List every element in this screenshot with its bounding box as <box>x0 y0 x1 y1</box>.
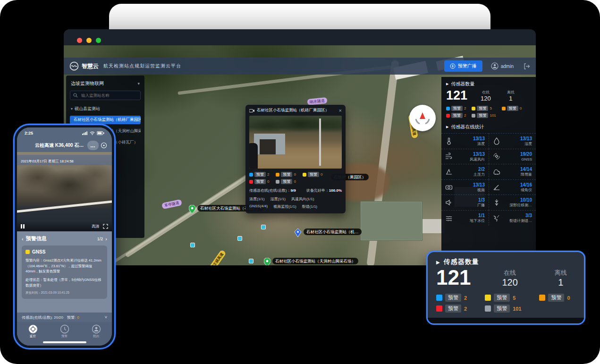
grid-cell-inclinometer[interactable]: 14/16倾角仪 <box>489 179 536 195</box>
search-input[interactable] <box>80 93 137 98</box>
warn-count: 0 <box>567 295 570 301</box>
displacement-icon <box>493 199 500 206</box>
battery-icon <box>97 131 104 135</box>
username[interactable]: admin <box>501 64 514 69</box>
user-avatar-icon[interactable] <box>491 62 499 70</box>
camera-icon <box>249 109 254 113</box>
warn-count: 2 <box>464 306 467 312</box>
grid-cell-crack[interactable]: 3/3裂缝计测缝… <box>489 210 536 226</box>
section-arrow-icon[interactable]: ▶ <box>446 125 448 129</box>
sensor-marker[interactable] <box>249 259 254 263</box>
callout-footer <box>428 318 584 323</box>
tab-monitor[interactable]: 监控 <box>28 324 38 339</box>
crack-icon <box>493 214 500 222</box>
close-window-button[interactable] <box>77 38 82 43</box>
blue-pin-icon <box>294 229 302 237</box>
sensor-marker[interactable] <box>261 225 266 229</box>
warn-count: 0 <box>267 179 269 184</box>
phone-statusbar: 2:25 <box>17 127 112 139</box>
online-label: 在线 <box>481 90 491 95</box>
popup-sensor-stat: 风速风向(1/1) <box>291 196 314 202</box>
blue-alert-icon <box>249 173 253 177</box>
grid-cell-groundwater[interactable]: 1/1地下水位 <box>441 210 489 226</box>
tab-profile[interactable]: 我的 <box>92 324 101 339</box>
pager-prev-icon[interactable]: ‹ <box>22 236 24 242</box>
orange-alert-icon <box>502 107 506 110</box>
popup-sensor-stat: 视频监控(1/1) <box>273 204 296 209</box>
popup-sensor-stat: 湿度(1/1) <box>270 196 285 202</box>
grid-cell-temperature[interactable]: 13/13温度 <box>441 133 489 149</box>
sidebar-station-item[interactable]: 石材社区小石场监测站（机砖厂果园区） <box>70 116 141 124</box>
sensor-count-header: 传感器数量 <box>444 258 479 266</box>
alert-card[interactable]: GNSS 预警内容：Gnss2测点X方向累计位移达 41.2mm（104.464… <box>22 245 107 299</box>
more-button[interactable]: ••• <box>87 141 99 150</box>
alert-header: 预警信息 <box>26 235 47 242</box>
compass-widget[interactable] <box>409 105 436 131</box>
fullscreen-icon[interactable] <box>103 224 108 229</box>
minimize-window-button[interactable] <box>86 38 92 43</box>
warn-label: 预警 <box>494 294 510 302</box>
gnss-icon <box>493 152 500 160</box>
collapse-icon[interactable]: ˅ <box>105 315 107 320</box>
yellow-alert-icon <box>472 107 475 110</box>
sensor-marker[interactable] <box>190 243 195 247</box>
compass-icon <box>409 105 436 131</box>
station-marker[interactable]: 石材社区小石场监测站（机… <box>294 229 362 237</box>
phone-video[interactable]: 2021年03月17日 星期三 18:24:58 高清 <box>17 152 112 231</box>
warn-label: 预警 <box>548 294 564 302</box>
tab-label: 我的 <box>92 334 101 339</box>
warn-count: 5 <box>490 106 491 110</box>
yellow-alert-icon <box>25 250 30 254</box>
grid-cell-rainfall[interactable]: 14/14降雨量 <box>489 164 536 179</box>
warn-label: 预警 <box>445 305 461 313</box>
water-icon <box>445 214 453 222</box>
offline-label: 离线 <box>507 90 515 95</box>
section-arrow-icon[interactable]: ▶ <box>436 260 440 265</box>
pause-button[interactable] <box>21 224 25 229</box>
grid-cell-deep-displacement[interactable]: 10/10深部位移测… <box>489 195 536 210</box>
pager-next-icon[interactable]: › <box>105 236 107 242</box>
sensor-marker[interactable] <box>237 236 242 241</box>
red-alert-icon <box>436 305 442 312</box>
grid-cell-humidity[interactable]: 13/13湿度 <box>489 133 536 149</box>
warn-label: 预警 <box>477 106 488 111</box>
grid-cell-gnss[interactable]: 19/20GNSS <box>489 149 536 164</box>
phone-sensor-statusbar[interactable]: 传感器(在线/总数): 20/20 预警: 0 ˅ <box>17 313 112 322</box>
app-header: 智慧云 航天检测站点规划运营监测云平台 预警广播 admin <box>64 58 536 75</box>
network-select[interactable]: 边坡监测物联网 ▾ <box>70 79 141 91</box>
video-icon <box>445 184 453 191</box>
warn-count: 2 <box>464 113 466 118</box>
close-icon[interactable]: × <box>339 108 342 113</box>
signal-icon <box>82 131 88 135</box>
sensor-total: 121 <box>436 267 471 288</box>
camera-snapshot[interactable] <box>249 116 342 169</box>
tab-alerts[interactable]: 预警 <box>60 324 69 339</box>
station-group[interactable]: ▾ 砚山县监测站 <box>70 105 141 116</box>
tunnel-label: 响水隧道 <box>307 97 327 105</box>
station-label[interactable]: 石材社区小石场监测站（天洞村山脚采石场） <box>272 258 358 264</box>
station-group-label: 砚山县监测站 <box>75 106 100 112</box>
warn-label: 预警 <box>281 172 292 177</box>
popup-title: 石材社区小石场监测站（机砖厂果园区） <box>257 108 329 113</box>
grid-cell-earth-pressure[interactable]: 2/2土压力 <box>441 164 489 179</box>
logout-icon[interactable] <box>523 63 530 70</box>
warn-count: 101 <box>490 113 496 118</box>
grid-cell-video[interactable]: 13/13视频 <box>441 179 489 195</box>
tunnel-label: 革夺隧道 <box>161 199 182 209</box>
station-label[interactable]: 石材社区小石场监测站（机… <box>304 229 362 235</box>
online-label: 在线 <box>502 269 517 277</box>
zoom-window-button[interactable] <box>96 38 101 43</box>
video-quality-button[interactable]: 高清 <box>92 224 99 229</box>
broadcast-button[interactable]: 预警广播 <box>444 60 482 72</box>
yellow-alert-icon <box>485 295 491 301</box>
phone-nav-title: 云桂高速 K36,400 石… <box>35 142 84 149</box>
grid-cell-broadcast[interactable]: 1/3广播 <box>441 195 489 210</box>
green-pin-icon <box>264 258 270 265</box>
target-button[interactable] <box>101 142 107 149</box>
station-marker[interactable]: 石材社区小石场监测站（天洞村山脚采石场） <box>264 258 358 265</box>
section-arrow-icon[interactable]: ▶ <box>446 82 448 86</box>
warn-count: 5 <box>513 295 515 301</box>
home-indicator[interactable] <box>43 341 86 343</box>
search-box[interactable] <box>70 91 141 100</box>
grid-cell-wind[interactable]: 13/13风速风向 <box>441 149 489 164</box>
